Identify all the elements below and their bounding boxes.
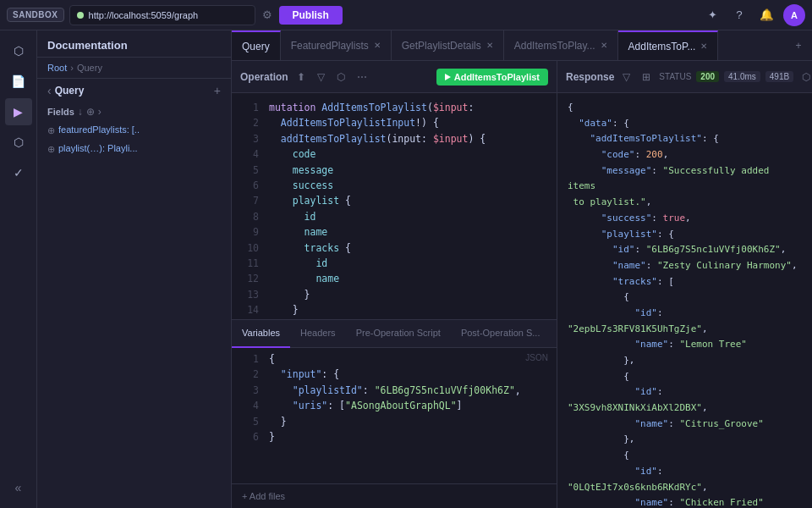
sort-down-icon[interactable]: ↓ bbox=[78, 106, 83, 118]
code-line-14: 14 } bbox=[232, 302, 557, 318]
var-line-3: 3 "playlistId": "6LB6g7S5nc1uVVfj00Kh6Z"… bbox=[232, 383, 557, 398]
operation-format-btn[interactable]: ▽ bbox=[314, 69, 328, 85]
ai-icon-btn[interactable]: ✦ bbox=[702, 5, 722, 25]
bell-icon-btn[interactable]: 🔔 bbox=[756, 5, 776, 25]
code-line-8: 8 id bbox=[232, 209, 557, 224]
code-line-1: 1 mutation AddItemsToPlaylist($input: bbox=[232, 100, 557, 115]
sort-extra-icon[interactable]: › bbox=[98, 106, 102, 118]
var-line-4: 4 "uris": ["ASongAboutGraphQL"] bbox=[232, 398, 557, 413]
breadcrumb-separator: › bbox=[70, 63, 74, 73]
close-tab-get-playlist[interactable]: ✕ bbox=[486, 41, 493, 50]
tab-query[interactable]: Query bbox=[232, 30, 281, 61]
tab-featured-playlists-label: FeaturedPlaylists bbox=[291, 40, 369, 52]
code-line-5: 5 message bbox=[232, 163, 557, 178]
run-btn-label: AddItemsToPlaylist bbox=[454, 72, 540, 82]
field-add-icon-1: ⊕ bbox=[47, 125, 55, 136]
add-tab-btn[interactable]: + bbox=[785, 30, 812, 61]
help-icon-btn[interactable]: ? bbox=[729, 5, 749, 25]
tab-get-playlist-details[interactable]: GetPlaylistDetails ✕ bbox=[392, 30, 504, 61]
response-title: Response bbox=[566, 71, 614, 83]
response-view-toggle[interactable]: ⊞ bbox=[639, 69, 654, 85]
tab-add-items-1[interactable]: AddItemsToPlay... ✕ bbox=[504, 30, 618, 61]
btab-variables[interactable]: Variables bbox=[232, 319, 290, 348]
code-line-2: 2 AddItemsToPlaylistInput!) { bbox=[232, 115, 557, 130]
url-bar: http://localhost:5059/graph bbox=[69, 5, 255, 25]
operation-toolbar: Operation ⬆ ▽ ⬡ ⋯ AddItemsToPlaylist bbox=[232, 61, 557, 93]
code-line-4: 4 code bbox=[232, 146, 557, 162]
close-tab-add-2[interactable]: ✕ bbox=[700, 41, 707, 51]
bottom-tabs: Variables Headers Pre-Operation Script P… bbox=[232, 319, 557, 348]
close-tab-featured[interactable]: ✕ bbox=[374, 41, 381, 50]
collapse-sidebar-btn[interactable]: « bbox=[15, 481, 22, 494]
breadcrumb-root[interactable]: Root bbox=[47, 63, 67, 73]
response-toggle-btn[interactable]: ▽ bbox=[619, 69, 634, 85]
top-bar: SANDBOX http://localhost:5059/graph ⚙ Pu… bbox=[0, 0, 812, 30]
add-files-label: + Add files bbox=[242, 491, 285, 501]
code-line-7: 7 playlist { bbox=[232, 193, 557, 208]
variables-area[interactable]: JSON 1 { 2 "input": { 3 "playlistId": "6… bbox=[232, 348, 557, 483]
breadcrumb: Root › Query bbox=[37, 58, 231, 79]
code-line-10: 10 tracks { bbox=[232, 240, 557, 256]
close-tab-add-1[interactable]: ✕ bbox=[601, 41, 607, 50]
avatar[interactable]: A bbox=[783, 4, 805, 26]
operation-title: Operation bbox=[240, 71, 288, 83]
tab-add-items-2-label: AddItemsToP... bbox=[628, 41, 696, 52]
response-toolbar: Response ▽ ⊞ STATUS 200 41.0ms 491B ⬡ ⬇ bbox=[557, 61, 812, 93]
operation-menu-btn[interactable]: ⬡ bbox=[333, 69, 348, 85]
sidebar-icon-docs[interactable]: 📄 bbox=[5, 68, 32, 95]
code-editor[interactable]: 1 mutation AddItemsToPlaylist($input: 2 … bbox=[232, 93, 557, 319]
run-play-icon bbox=[445, 74, 451, 80]
connection-status-dot bbox=[77, 12, 84, 19]
docs-fields-label: Fields bbox=[47, 107, 74, 117]
docs-nav-plus-btn[interactable]: + bbox=[214, 84, 221, 97]
status-badge: 200 bbox=[696, 71, 719, 82]
run-operation-btn[interactable]: AddItemsToPlaylist bbox=[436, 69, 548, 86]
add-files-bar[interactable]: + Add files bbox=[232, 483, 557, 508]
url-text: http://localhost:5059/graph bbox=[89, 10, 199, 20]
var-line-1: 1 { bbox=[232, 351, 557, 367]
response-panel: Response ▽ ⊞ STATUS 200 41.0ms 491B ⬡ ⬇ … bbox=[557, 61, 812, 508]
operation-more-btn[interactable]: ⋯ bbox=[354, 69, 370, 85]
btab-post-op[interactable]: Post-Operation S... bbox=[451, 319, 551, 348]
tab-get-playlist-details-label: GetPlaylistDetails bbox=[402, 40, 481, 52]
docs-nav-title: Query bbox=[55, 85, 85, 97]
var-line-5: 5 } bbox=[232, 414, 557, 429]
split-area: Operation ⬆ ▽ ⬡ ⋯ AddItemsToPlaylist 1 m… bbox=[232, 61, 812, 508]
code-line-9: 9 name bbox=[232, 224, 557, 240]
field-text-2: playlist(…): Playli... bbox=[58, 143, 138, 153]
docs-panel-title: Documentation bbox=[47, 39, 128, 52]
sandbox-badge: SANDBOX bbox=[7, 8, 64, 22]
sidebar-icon-schema[interactable]: ⬡ bbox=[5, 129, 32, 156]
json-label: JSON bbox=[525, 351, 548, 365]
code-line-12: 12 name bbox=[232, 271, 557, 286]
response-code[interactable]: { "data": { "addItemsToPlaylist": { "cod… bbox=[557, 93, 812, 508]
sidebar-icon-home[interactable]: ⬡ bbox=[5, 37, 32, 64]
docs-field-item-2[interactable]: ⊕ playlist(…): Playli... bbox=[37, 140, 231, 158]
sort-options-icon[interactable]: ⊕ bbox=[86, 106, 95, 118]
btab-pre-op[interactable]: Pre-Operation Script bbox=[346, 319, 451, 348]
tab-featured-playlists[interactable]: FeaturedPlaylists ✕ bbox=[281, 30, 392, 61]
timing-badge: 41.0ms bbox=[724, 71, 760, 82]
content-area: Query FeaturedPlaylists ✕ GetPlaylistDet… bbox=[232, 30, 812, 508]
var-line-2: 2 "input": { bbox=[232, 367, 557, 382]
publish-button[interactable]: Publish bbox=[279, 6, 343, 25]
field-text-1: featuredPlaylists: [.. bbox=[58, 124, 140, 135]
breadcrumb-current: Query bbox=[77, 63, 102, 73]
code-line-3: 3 addItemsToPlaylist(input: $input) { bbox=[232, 131, 557, 146]
code-line-6: 6 success bbox=[232, 178, 557, 193]
tab-add-items-1-label: AddItemsToPlay... bbox=[514, 40, 595, 52]
btab-headers[interactable]: Headers bbox=[290, 319, 346, 348]
operation-copy-btn[interactable]: ⬆ bbox=[294, 69, 309, 85]
top-right-icons: ✦ ? 🔔 A bbox=[702, 4, 805, 26]
settings-icon-btn[interactable]: ⚙ bbox=[261, 7, 274, 23]
field-add-icon-2: ⊕ bbox=[47, 144, 55, 155]
sidebar-icon-query[interactable]: ▶ bbox=[5, 98, 32, 125]
response-copy-btn[interactable]: ⬡ bbox=[798, 69, 812, 85]
docs-field-item-1[interactable]: ⊕ featuredPlaylists: [.. bbox=[37, 121, 231, 140]
docs-nav-row: ‹ Query + bbox=[37, 79, 231, 102]
tab-add-items-2[interactable]: AddItemsToP... ✕ bbox=[618, 30, 719, 61]
sidebar-icon-check[interactable]: ✓ bbox=[5, 159, 32, 186]
docs-nav-back-btn[interactable]: ‹ bbox=[47, 84, 52, 97]
status-label: STATUS bbox=[659, 72, 691, 81]
main-layout: ⬡ 📄 ▶ ⬡ ✓ « Documentation Root › Query ‹… bbox=[0, 30, 812, 508]
